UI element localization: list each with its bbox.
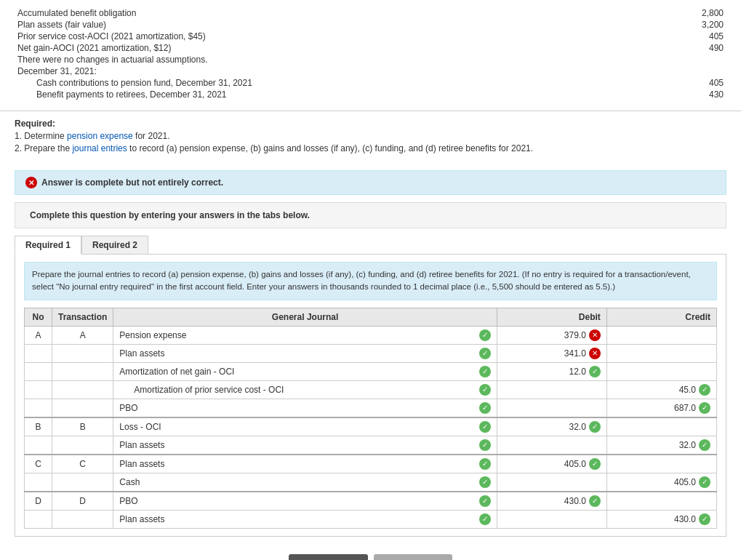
- account-name: Amortization of prior service cost - OCI: [119, 385, 284, 395]
- account-name: Plan assets: [119, 440, 164, 450]
- check-green-icon: ✓: [479, 458, 491, 470]
- row-no: [25, 362, 52, 380]
- row-debit: [497, 473, 606, 492]
- check-green-icon: ✓: [589, 366, 601, 377]
- row-no: A: [25, 326, 52, 344]
- top-row-label: Cash contributions to pension fund, Dece…: [15, 77, 638, 89]
- top-row-value: 405: [638, 77, 726, 89]
- check-green-icon: ✓: [479, 439, 491, 451]
- row-account: Pension expense✓: [113, 326, 497, 344]
- table-row: Plan assets✓430.0✓: [25, 510, 717, 528]
- table-row: AAPension expense✓379.0✕: [25, 326, 717, 344]
- top-row-value: 2,800: [638, 7, 726, 19]
- table-row: Cash✓405.0✓: [25, 473, 717, 492]
- row-no: [25, 436, 52, 455]
- check-green-icon: ✓: [479, 366, 491, 377]
- row-debit: 341.0✕: [497, 344, 606, 362]
- row-account: Plan assets✓: [113, 455, 497, 473]
- credit-value: 687.0: [674, 403, 696, 413]
- tab-required1[interactable]: Required 1: [15, 236, 81, 255]
- journal-table: No Transaction General Journal Debit Cre…: [24, 308, 717, 529]
- account-name: Cash: [119, 477, 140, 487]
- row-account: PBO✓: [113, 399, 497, 417]
- tabs-container: Required 1 Required 2 Prepare the journa…: [15, 236, 726, 537]
- row-account: Amortization of prior service cost - OCI…: [113, 380, 497, 399]
- row-credit: [606, 492, 716, 511]
- table-row: DDPBO✓430.0✓: [25, 492, 717, 511]
- complete-box: Complete this question by entering your …: [15, 202, 726, 228]
- table-row: CCPlan assets✓405.0✓: [25, 455, 717, 473]
- row-debit: 32.0✓: [497, 417, 606, 436]
- row-credit: [606, 344, 716, 362]
- account-name: Pension expense: [119, 330, 186, 340]
- row-account: Plan assets✓: [113, 436, 497, 455]
- account-name: Amortization of net gain - OCI: [119, 367, 234, 377]
- col-header-transaction: Transaction: [52, 308, 113, 326]
- col-header-no: No: [25, 308, 52, 326]
- row-credit: 405.0✓: [606, 473, 716, 492]
- row-transaction: [52, 510, 113, 528]
- check-green-icon: ✓: [479, 513, 491, 525]
- row-no: D: [25, 492, 52, 511]
- check-green-icon: ✓: [699, 476, 710, 488]
- check-green-icon: ✓: [589, 495, 601, 507]
- required-title: Required:: [15, 119, 55, 129]
- debit-value: 341.0: [564, 348, 586, 359]
- check-green-icon: ✓: [699, 439, 710, 451]
- credit-value: 405.0: [674, 477, 696, 487]
- check-green-icon: ✓: [479, 348, 491, 359]
- check-green-icon: ✓: [699, 513, 710, 525]
- row-transaction: C: [52, 455, 113, 473]
- row-transaction: B: [52, 417, 113, 436]
- check-green-icon: ✓: [479, 384, 491, 396]
- row-account: PBO✓: [113, 492, 497, 511]
- row-debit: [497, 399, 606, 417]
- debit-value: 32.0: [569, 422, 586, 432]
- next-button[interactable]: Required 2 >: [374, 554, 452, 561]
- top-row-value: [638, 65, 726, 77]
- check-green-icon: ✓: [479, 495, 491, 507]
- top-row-label: Net gain-AOCI (2021 amortization, $12): [15, 42, 638, 54]
- check-green-icon: ✓: [589, 458, 601, 470]
- check-green-icon: ✓: [479, 402, 491, 414]
- col-header-debit: Debit: [497, 308, 606, 326]
- tab-content: Prepare the journal entries to record (a…: [15, 254, 726, 537]
- account-name: Plan assets: [119, 348, 164, 359]
- tab-required2[interactable]: Required 2: [81, 236, 148, 255]
- row-no: B: [25, 417, 52, 436]
- required-item: 2. Prepare the journal entries to record…: [15, 143, 726, 153]
- required-section: Required: 1. Determine pension expense f…: [0, 111, 741, 163]
- row-transaction: [52, 362, 113, 380]
- row-account: Plan assets✓: [113, 510, 497, 528]
- check-red-icon: ✕: [589, 329, 601, 341]
- row-transaction: D: [52, 492, 113, 511]
- account-name: PBO: [119, 496, 137, 506]
- row-no: [25, 473, 52, 492]
- top-row-label: Prior service cost-AOCI (2021 amortizati…: [15, 31, 638, 42]
- credit-value: 45.0: [679, 385, 696, 395]
- table-row: Plan assets✓32.0✓: [25, 436, 717, 455]
- check-green-icon: ✓: [589, 421, 601, 433]
- row-debit: [497, 510, 606, 528]
- account-name: Plan assets: [119, 459, 164, 469]
- row-credit: 430.0✓: [606, 510, 716, 528]
- top-row-value: 405: [638, 31, 726, 42]
- table-row: PBO✓687.0✓: [25, 399, 717, 417]
- row-credit: [606, 455, 716, 473]
- row-debit: 405.0✓: [497, 455, 606, 473]
- debit-value: 12.0: [569, 367, 586, 377]
- top-row-value: 430: [638, 89, 726, 100]
- table-row: BBLoss - OCI✓32.0✓: [25, 417, 717, 436]
- row-debit: [497, 380, 606, 399]
- row-account: Loss - OCI✓: [113, 417, 497, 436]
- account-name: Loss - OCI: [119, 422, 161, 432]
- top-row-value: 3,200: [638, 19, 726, 31]
- bottom-nav: < Required 1 Required 2 >: [0, 544, 741, 561]
- top-data-table: Accumulated benefit obligation2,800Plan …: [15, 7, 726, 100]
- row-transaction: [52, 436, 113, 455]
- row-credit: [606, 362, 716, 380]
- instruction-box: Prepare the journal entries to record (a…: [24, 262, 717, 300]
- credit-value: 430.0: [674, 514, 696, 524]
- prev-button[interactable]: < Required 1: [289, 554, 367, 561]
- row-no: [25, 510, 52, 528]
